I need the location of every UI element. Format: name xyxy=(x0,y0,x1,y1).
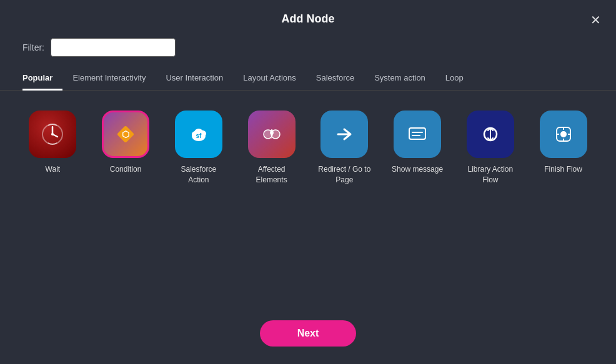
tab-user-interaction[interactable]: User Interaction xyxy=(156,67,233,91)
node-condition-icon-wrap: ⬡ xyxy=(102,111,149,158)
node-library-action-flow[interactable]: Library Action Flow xyxy=(460,111,521,185)
node-library-action-flow-label: Library Action Flow xyxy=(462,164,519,185)
node-affected-elements-label: Affected Elements xyxy=(244,164,300,185)
node-show-message-icon-wrap xyxy=(394,111,441,158)
svg-text:sf: sf xyxy=(196,132,202,139)
node-affected-elements[interactable]: Affected Elements xyxy=(241,111,302,185)
modal-header: Add Node ✕ xyxy=(0,0,616,36)
node-show-message[interactable]: Show message xyxy=(387,111,448,175)
node-condition-label: Condition xyxy=(110,164,142,175)
node-finish-flow-icon-wrap xyxy=(540,111,587,158)
finish-flow-icon xyxy=(550,121,577,148)
salesforce-action-icon: sf xyxy=(185,121,212,148)
modal-footer: Next xyxy=(0,310,616,364)
next-button[interactable]: Next xyxy=(260,320,357,347)
show-message-icon xyxy=(404,121,431,148)
node-redirect-icon-wrap xyxy=(320,111,368,158)
modal-title: Add Node xyxy=(282,12,335,26)
nodes-grid: Wait ⬡ Condition sf xyxy=(0,91,616,310)
node-finish-flow[interactable]: Finish Flow xyxy=(533,111,594,175)
wait-icon xyxy=(39,121,66,148)
node-wait-icon-wrap xyxy=(29,111,76,158)
svg-point-1 xyxy=(51,133,54,135)
svg-point-17 xyxy=(560,131,567,137)
filter-label: Filter: xyxy=(22,42,44,52)
node-condition[interactable]: ⬡ Condition xyxy=(96,111,156,175)
add-node-modal: Add Node ✕ Filter: Popular Element Inter… xyxy=(0,0,616,364)
redirect-icon xyxy=(330,121,358,148)
node-wait[interactable]: Wait xyxy=(22,111,83,175)
node-salesforce-action[interactable]: sf Salesforce Action xyxy=(169,111,229,185)
filter-input[interactable] xyxy=(51,38,176,57)
node-wait-label: Wait xyxy=(46,164,61,175)
node-salesforce-action-label: Salesforce Action xyxy=(171,164,227,185)
library-action-flow-icon xyxy=(477,121,504,148)
svg-text:⬡: ⬡ xyxy=(122,129,129,139)
node-finish-flow-label: Finish Flow xyxy=(544,164,582,175)
condition-icon: ⬡ xyxy=(112,121,139,148)
svg-rect-12 xyxy=(409,128,425,139)
node-affected-elements-icon-wrap xyxy=(248,111,296,158)
tab-salesforce[interactable]: Salesforce xyxy=(306,67,364,91)
node-redirect[interactable]: Redirect / Go to Page xyxy=(314,111,375,185)
tab-system-action[interactable]: System action xyxy=(364,67,435,91)
tabs-row: Popular Element Interactivity User Inter… xyxy=(0,67,616,91)
filter-row: Filter: xyxy=(0,36,616,67)
affected-elements-icon xyxy=(258,121,286,148)
tab-popular[interactable]: Popular xyxy=(22,67,62,91)
node-show-message-label: Show message xyxy=(392,164,443,175)
tab-element-interactivity[interactable]: Element Interactivity xyxy=(62,67,156,91)
node-redirect-label: Redirect / Go to Page xyxy=(316,164,372,185)
tab-layout-actions[interactable]: Layout Actions xyxy=(233,67,306,91)
node-salesforce-icon-wrap: sf xyxy=(175,111,222,158)
node-library-action-flow-icon-wrap xyxy=(467,111,514,158)
tab-loop[interactable]: Loop xyxy=(435,67,474,91)
close-button[interactable]: ✕ xyxy=(588,11,604,29)
